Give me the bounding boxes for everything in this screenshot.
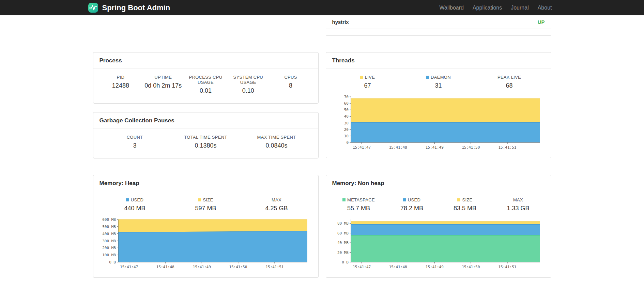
svg-text:15:41:49: 15:41:49: [425, 265, 443, 269]
svg-text:15:41:47: 15:41:47: [120, 265, 138, 269]
main-content: hystrix UP Process PID 12488 UPTIME 0d 0…: [93, 15, 551, 278]
nonheap-panel-title: Memory: Non heap: [326, 175, 551, 191]
threads-stats: LIVE 67 DAEMON 31 PEAK LIVE 68: [326, 69, 551, 94]
svg-text:40 MB: 40 MB: [337, 241, 348, 245]
gc-panel: Garbage Collection Pauses COUNT 3 TOTAL …: [93, 112, 319, 158]
process-panel: Process PID 12488 UPTIME 0d 0h 2m 17s PR…: [93, 52, 319, 104]
svg-text:0: 0: [346, 140, 349, 145]
stat-live: LIVE 67: [332, 75, 403, 89]
stat-heap-used: USED 440 MB: [99, 197, 170, 212]
nav-item-about[interactable]: About: [533, 5, 556, 11]
svg-text:500 MB: 500 MB: [102, 225, 116, 229]
stat-nonheap-used: USED 78.2 MB: [385, 197, 439, 212]
heap-stats: USED 440 MB SIZE 597 MB MAX 4.25 GB: [93, 191, 318, 217]
svg-text:15:41:49: 15:41:49: [193, 265, 211, 269]
stat-nonheap-size: SIZE 83.5 MB: [439, 197, 492, 212]
heap-panel-title: Memory: Heap: [93, 175, 318, 191]
stat-heap-size: SIZE 597 MB: [170, 197, 241, 212]
live-legend-swatch: [360, 76, 363, 79]
application-row[interactable]: hystrix UP: [326, 15, 551, 29]
nav-item-wallboard[interactable]: Wallboard: [435, 5, 468, 11]
heap-panel: Memory: Heap USED 440 MB SIZE 597 MB MAX…: [93, 175, 319, 278]
threads-panel: Threads LIVE 67 DAEMON 31 PEAK LIVE 68 0…: [326, 52, 551, 158]
svg-text:100 MB: 100 MB: [102, 253, 116, 257]
svg-text:0 B: 0 B: [342, 260, 349, 264]
brand[interactable]: Spring Boot Admin: [88, 2, 170, 13]
stat-metaspace: METASPACE 55.7 MB: [332, 197, 385, 212]
nav-links: Wallboard Applications Journal About: [435, 5, 556, 11]
svg-text:15:41:51: 15:41:51: [498, 145, 516, 150]
svg-text:15:41:47: 15:41:47: [353, 265, 371, 269]
svg-text:70: 70: [344, 95, 348, 99]
heap-used-legend-swatch: [126, 198, 129, 201]
svg-text:600 MB: 600 MB: [102, 217, 116, 222]
nonheap-used-legend-swatch: [403, 198, 406, 201]
threads-panel-title: Threads: [326, 52, 551, 69]
heap-chart: 0 B100 MB200 MB300 MB400 MB500 MB600 MB1…: [99, 217, 312, 273]
stat-max-time-spent: MAX TIME SPENT 0.0840s: [241, 135, 312, 149]
nonheap-stats: METASPACE 55.7 MB USED 78.2 MB SIZE 83.5…: [326, 191, 551, 217]
stat-nonheap-max: MAX 1.33 GB: [492, 197, 545, 212]
stat-system-cpu-usage: SYSTEM CPU USAGE 0.10: [227, 75, 270, 94]
svg-text:60 MB: 60 MB: [337, 231, 348, 235]
nav-item-applications[interactable]: Applications: [468, 5, 506, 11]
svg-text:15:41:48: 15:41:48: [389, 265, 407, 269]
svg-text:80 MB: 80 MB: [337, 221, 348, 226]
stat-total-time-spent: TOTAL TIME SPENT 0.1380s: [170, 135, 241, 149]
nonheap-size-legend-swatch: [457, 198, 460, 201]
gc-panel-title: Garbage Collection Pauses: [93, 112, 318, 128]
stat-process-cpu-usage: PROCESS CPU USAGE 0.01: [184, 75, 227, 94]
svg-text:15:41:51: 15:41:51: [265, 265, 283, 269]
brand-title: Spring Boot Admin: [102, 3, 170, 12]
stat-cpus: CPUS 8: [270, 75, 312, 94]
process-panel-title: Process: [93, 52, 318, 69]
svg-text:20: 20: [344, 127, 348, 132]
svg-text:15:41:49: 15:41:49: [425, 145, 443, 150]
stat-peak-live: PEAK LIVE 68: [474, 75, 545, 89]
svg-text:15:41:50: 15:41:50: [462, 145, 480, 150]
stat-pid: PID 12488: [99, 75, 142, 94]
application-status-badge: UP: [538, 19, 545, 25]
svg-text:0 B: 0 B: [109, 260, 116, 264]
svg-text:50: 50: [344, 108, 348, 112]
stat-daemon: DAEMON 31: [403, 75, 474, 89]
svg-text:40: 40: [344, 114, 348, 119]
svg-text:60: 60: [344, 101, 348, 106]
nav-item-journal[interactable]: Journal: [506, 5, 533, 11]
svg-text:15:41:48: 15:41:48: [389, 145, 407, 150]
application-name: hystrix: [332, 19, 349, 25]
stat-uptime: UPTIME 0d 0h 2m 17s: [142, 75, 184, 94]
stat-count: COUNT 3: [99, 135, 170, 149]
threads-chart: 01020304050607015:41:4715:41:4815:41:491…: [332, 95, 545, 153]
applications-panel: hystrix UP: [326, 15, 551, 36]
process-stats: PID 12488 UPTIME 0d 0h 2m 17s PROCESS CP…: [93, 69, 318, 103]
svg-text:15:41:47: 15:41:47: [353, 145, 371, 150]
svg-text:400 MB: 400 MB: [102, 232, 116, 236]
svg-text:10: 10: [344, 134, 348, 138]
svg-text:300 MB: 300 MB: [102, 239, 116, 243]
metaspace-legend-swatch: [342, 198, 346, 201]
svg-text:15:41:48: 15:41:48: [156, 265, 174, 269]
svg-text:20 MB: 20 MB: [337, 250, 348, 255]
svg-text:200 MB: 200 MB: [102, 246, 116, 250]
svg-text:30: 30: [344, 121, 348, 125]
svg-text:15:41:50: 15:41:50: [229, 265, 247, 269]
app-logo-icon: [88, 2, 98, 13]
stat-heap-max: MAX 4.25 GB: [241, 197, 312, 212]
heap-size-legend-swatch: [198, 198, 201, 201]
svg-text:15:41:50: 15:41:50: [462, 265, 480, 269]
nonheap-chart: 0 B20 MB40 MB60 MB80 MB15:41:4715:41:481…: [332, 217, 545, 273]
navbar: Spring Boot Admin Wallboard Applications…: [0, 0, 644, 15]
daemon-legend-swatch: [426, 76, 429, 79]
gc-stats: COUNT 3 TOTAL TIME SPENT 0.1380s MAX TIM…: [93, 128, 318, 158]
nonheap-panel: Memory: Non heap METASPACE 55.7 MB USED …: [326, 175, 551, 278]
svg-text:15:41:51: 15:41:51: [498, 265, 516, 269]
